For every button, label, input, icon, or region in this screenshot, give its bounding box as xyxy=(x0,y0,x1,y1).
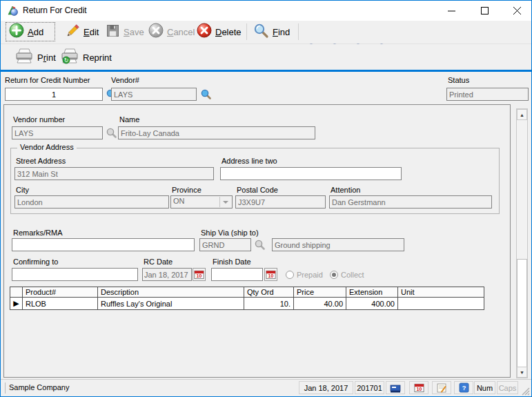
scroll-up-icon[interactable]: ▲ xyxy=(517,109,527,120)
name-label: Name xyxy=(119,115,139,124)
vendor-number-lookup-icon xyxy=(105,126,117,139)
postal-code-input xyxy=(235,195,326,209)
vendor-number-input xyxy=(12,126,103,139)
print-label: Print xyxy=(37,52,56,63)
period-calendar-icon[interactable]: 10 xyxy=(409,381,428,394)
fiscal-period: 201701 xyxy=(355,381,384,394)
current-row-indicator-icon: ▶ xyxy=(10,298,23,310)
cell-unit xyxy=(398,298,484,310)
window-title: Return For Credit xyxy=(23,6,87,15)
svg-text:↻: ↻ xyxy=(64,57,69,64)
main-toolbar: Add Edit Save xyxy=(1,21,531,44)
confirming-to-input[interactable] xyxy=(12,268,138,281)
city-input xyxy=(14,195,169,209)
attention-label: Attention xyxy=(331,186,360,194)
shipvia-label: Ship Via (ship to) xyxy=(201,229,259,237)
print-toolbar: Print ↻ Reprint xyxy=(1,44,531,70)
printer-icon xyxy=(14,48,34,67)
till-icon[interactable] xyxy=(386,381,405,394)
grid-header-row: Product# Description Qty Ord Price Exten… xyxy=(10,287,484,298)
vendor-number-header-label: Vendor# xyxy=(111,76,139,84)
toolbar-separator xyxy=(246,23,247,40)
rc-date-calendar-icon[interactable]: 10 xyxy=(193,268,206,281)
province-label: Province xyxy=(172,186,201,194)
help-icon[interactable]: ? xyxy=(454,381,473,394)
cell-price: 40.00 xyxy=(294,298,346,310)
status-value xyxy=(446,88,529,101)
company-name: Sample Company xyxy=(9,383,69,391)
app-window: Return For Credit Add xyxy=(0,0,532,397)
shipvia-lookup-icon xyxy=(253,238,266,251)
row-indicator-header xyxy=(10,287,23,298)
minimize-button[interactable] xyxy=(440,1,463,21)
cancel-label: Cancel xyxy=(167,27,195,37)
postal-code-label: Postal Code xyxy=(237,186,278,194)
caps-lock-indicator: Caps xyxy=(497,381,518,394)
vendor-lookup-icon[interactable] xyxy=(199,88,212,100)
add-button[interactable]: Add xyxy=(6,23,55,41)
reprint-button[interactable]: ↻ Reprint xyxy=(60,48,112,66)
street-input xyxy=(14,167,214,180)
address2-input[interactable] xyxy=(220,167,402,180)
search-icon xyxy=(253,23,269,41)
rcn-label: Return for Credit Number xyxy=(5,76,90,84)
cell-description: Ruffles Lay's Original xyxy=(98,298,244,310)
cancel-x-icon xyxy=(148,23,164,41)
rc-date-label: RC Date xyxy=(144,258,173,266)
close-button[interactable] xyxy=(505,1,529,21)
statusbar-separator xyxy=(5,383,6,394)
city-label: City xyxy=(16,186,29,194)
shipvia-code-input xyxy=(199,238,251,251)
shipvia-description xyxy=(272,238,404,251)
finish-date-calendar-icon[interactable]: 10 xyxy=(264,268,277,281)
col-description: Description xyxy=(98,287,244,298)
notes-icon[interactable] xyxy=(432,381,451,394)
edit-button[interactable]: Edit xyxy=(66,23,99,41)
save-label: Save xyxy=(124,27,144,37)
session-date: Jan 18, 2017 xyxy=(299,381,353,394)
find-button[interactable]: Find xyxy=(253,23,290,41)
resize-grip-icon[interactable] xyxy=(521,387,530,396)
num-lock-indicator: Num xyxy=(474,381,495,394)
finish-date-input[interactable] xyxy=(211,268,263,281)
svg-text:10: 10 xyxy=(268,273,274,278)
vendor-number-label: Vendor number xyxy=(13,115,65,124)
title-bar: Return For Credit xyxy=(1,1,531,21)
add-label: Add xyxy=(28,27,43,37)
svg-text:?: ? xyxy=(462,385,466,391)
delete-x-icon xyxy=(197,23,212,41)
vendor-address-group-label: Vendor Address xyxy=(17,143,77,151)
maximize-button[interactable] xyxy=(473,1,496,21)
prepaid-radio xyxy=(286,271,294,279)
street-label: Street Address xyxy=(16,157,66,165)
vertical-scrollbar[interactable]: ▲ ▼ xyxy=(516,108,528,378)
delete-button[interactable]: Delete xyxy=(197,23,242,41)
delete-label: Delete xyxy=(215,27,242,37)
add-icon xyxy=(9,23,24,41)
reprint-printer-icon: ↻ xyxy=(60,48,79,67)
rcn-input[interactable] xyxy=(5,88,103,101)
vendor-number-header-input xyxy=(111,88,197,101)
col-price: Price xyxy=(294,287,346,298)
remarks-input[interactable] xyxy=(12,238,195,251)
col-qty-ord: Qty Ord xyxy=(244,287,294,298)
remarks-label: Remarks/RMA xyxy=(13,229,63,237)
find-label: Find xyxy=(273,27,290,37)
save-button: Save xyxy=(106,23,144,41)
collect-radio-label: Collect xyxy=(341,271,364,279)
print-button[interactable]: Print xyxy=(14,48,56,66)
cell-extension: 400.00 xyxy=(346,298,398,310)
scroll-down-icon[interactable]: ▼ xyxy=(517,367,527,378)
collect-radio xyxy=(330,271,338,279)
province-select: ON xyxy=(170,195,233,209)
attention-input xyxy=(329,195,492,209)
status-label: Status xyxy=(448,76,469,84)
chevron-down-icon xyxy=(219,197,231,207)
line-items-grid: Product# Description Qty Ord Price Exten… xyxy=(10,287,484,310)
col-product: Product# xyxy=(23,287,98,298)
reprint-label: Reprint xyxy=(83,52,112,63)
scrollbar-thumb[interactable] xyxy=(517,259,527,367)
cell-qty-ord: 10. xyxy=(244,298,294,310)
prepaid-radio-label: Prepaid xyxy=(297,271,323,279)
table-row[interactable]: ▶ RLOB Ruffles Lay's Original 10. 40.00 … xyxy=(10,298,484,310)
